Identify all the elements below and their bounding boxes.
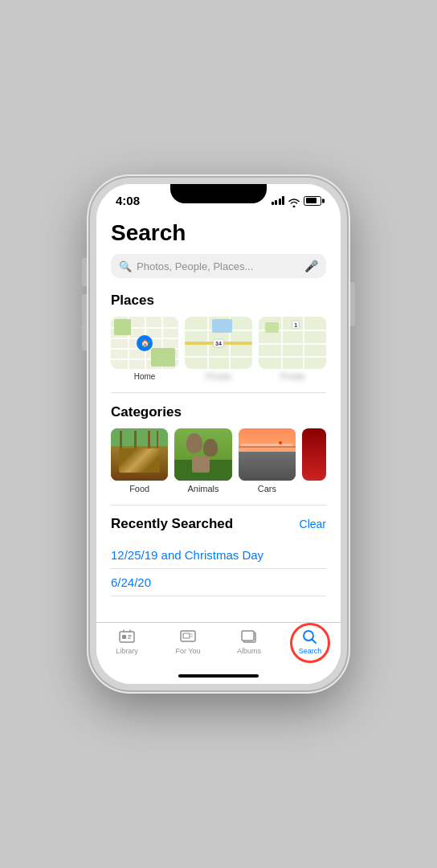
signal-icon: [272, 196, 285, 205]
category-item-extra[interactable]: [302, 428, 326, 493]
tab-bar: Library For You: [96, 622, 341, 668]
category-item-food[interactable]: Food: [111, 428, 168, 493]
place-item-2[interactable]: 34 Private: [185, 317, 252, 381]
screen-content: 4:08: [96, 184, 341, 684]
search-bar-icon: 🔍: [119, 260, 132, 272]
status-time: 4:08: [116, 194, 140, 207]
svg-rect-1: [122, 635, 126, 639]
status-icons: [272, 196, 322, 206]
category-thumb-animals: [174, 428, 231, 481]
place-map-3: 1: [259, 317, 326, 369]
place-map-home: 🏠: [111, 317, 178, 369]
places-grid: 🏠 Home: [111, 317, 326, 381]
page-title: Search: [111, 212, 326, 254]
for-you-icon: [179, 628, 197, 645]
notch: [170, 184, 267, 203]
divider-2: [111, 505, 326, 506]
category-thumb-food: [111, 428, 168, 481]
svg-rect-0: [120, 632, 134, 642]
divider-1: [111, 392, 326, 393]
svg-rect-5: [242, 631, 254, 641]
phone-screen: 4:08: [96, 184, 341, 684]
categories-section-header: Categories: [111, 404, 326, 420]
albums-icon: [240, 628, 258, 645]
tab-search-label: Search: [299, 647, 322, 655]
recently-searched-header: Recently Searched Clear: [111, 516, 326, 532]
category-thumb-extra: [302, 428, 326, 481]
recent-search-item-2[interactable]: 6/24/20: [111, 569, 326, 596]
home-pin: 🏠: [137, 335, 153, 351]
category-label-cars: Cars: [258, 484, 276, 493]
search-bar-placeholder: Photos, People, Places...: [137, 260, 304, 272]
recent-search-item-1[interactable]: 12/25/19 and Christmas Day: [111, 542, 326, 569]
category-thumb-cars: [239, 428, 296, 481]
home-bar: [96, 668, 341, 684]
battery-icon: [304, 196, 321, 206]
tab-for-you-label: For You: [175, 647, 200, 655]
search-input-bar[interactable]: 🔍 Photos, People, Places... 🎤: [111, 254, 326, 278]
scroll-content[interactable]: Search 🔍 Photos, People, Places... 🎤 Pla…: [96, 212, 341, 622]
place-map-2: 34: [185, 317, 252, 369]
categories-grid: Food Animals: [111, 428, 326, 493]
place-label-2: Private: [206, 372, 231, 381]
tab-library[interactable]: Library: [96, 628, 157, 655]
mic-icon[interactable]: 🎤: [304, 260, 318, 272]
category-label-animals: Animals: [187, 484, 218, 493]
search-tab-icon: [301, 628, 319, 645]
place-item-3[interactable]: 1 Private: [259, 317, 326, 381]
library-icon: [118, 628, 136, 645]
places-section-header: Places: [111, 293, 326, 309]
svg-rect-3: [183, 633, 190, 638]
tab-for-you[interactable]: For You: [157, 628, 218, 655]
tab-library-label: Library: [116, 647, 138, 655]
tab-search[interactable]: Search: [280, 628, 341, 655]
clear-button[interactable]: Clear: [300, 518, 326, 530]
category-item-cars[interactable]: Cars: [239, 428, 296, 493]
place-label-3: Private: [280, 372, 304, 381]
recently-searched-title: Recently Searched: [111, 516, 233, 532]
tab-albums[interactable]: Albums: [218, 628, 280, 655]
phone-frame: 4:08: [90, 178, 347, 690]
place-label-home: Home: [134, 372, 156, 381]
category-item-animals[interactable]: Animals: [174, 428, 231, 493]
tab-albums-label: Albums: [237, 647, 261, 655]
place-item-home[interactable]: 🏠 Home: [111, 317, 178, 381]
wifi-icon: [288, 196, 300, 205]
category-label-food: Food: [129, 484, 149, 493]
home-indicator: [178, 674, 259, 678]
